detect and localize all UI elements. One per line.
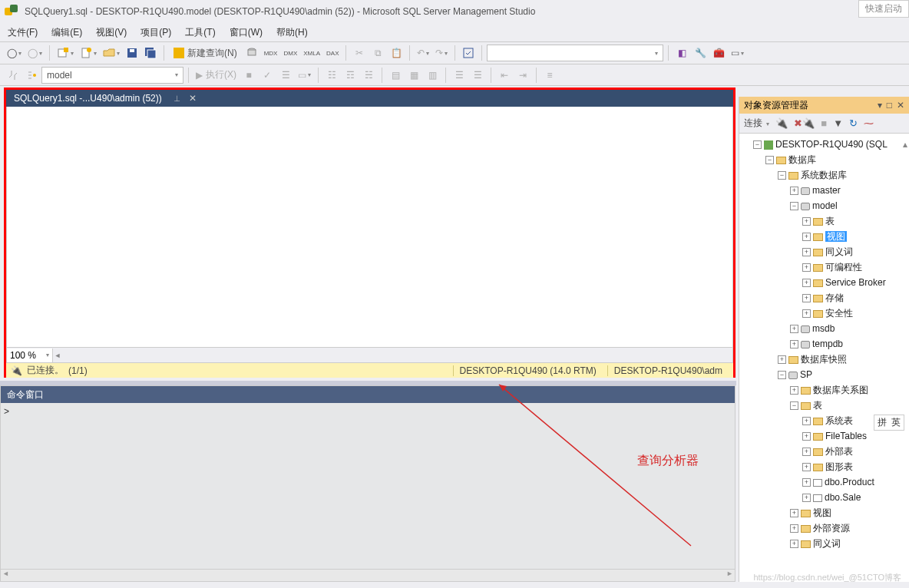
change-connection-button[interactable] (5, 67, 21, 84)
sp-filetables-node[interactable]: FileTables (825, 431, 867, 441)
copy-button[interactable]: ⧉ (369, 45, 386, 61)
connect-button[interactable]: 连接 ▾ (744, 117, 769, 130)
include-plan-button[interactable]: ☷ (323, 67, 340, 84)
redo-button[interactable]: ↷▾ (433, 45, 450, 61)
sp-db-node[interactable]: SP (800, 369, 812, 380)
registered-servers-button[interactable]: ▭▾ (729, 45, 746, 61)
activity-monitor-button[interactable]: ◧ (673, 45, 690, 61)
tempdb-db-node[interactable]: tempdb (812, 339, 843, 349)
sp-views-node[interactable]: 视图 (813, 507, 831, 518)
panel-window-icon[interactable]: □ (887, 100, 892, 111)
command-window-body[interactable]: > (1, 403, 735, 567)
dbo-sale-node[interactable]: dbo.Sale (825, 492, 861, 503)
zoom-combo[interactable]: 100 %▾ (7, 349, 53, 362)
model-servicebroker-node[interactable]: Service Broker (825, 277, 886, 288)
object-explorer-tree[interactable]: −DESKTOP-R1QU490 (SQL▴ −数据库 −系统数据库 +mast… (739, 134, 909, 582)
sp-systables-node[interactable]: 系统表 (825, 415, 853, 426)
results-to-file-button[interactable]: ▥ (424, 67, 441, 84)
uncomment-button[interactable]: ☰ (469, 67, 486, 84)
nav-forward-button[interactable]: ◯▾ (25, 45, 45, 61)
options-button[interactable]: 🔧 (692, 45, 709, 61)
model-views-node[interactable]: 视图 (825, 231, 847, 242)
dmx-query-button[interactable]: DMX (281, 45, 299, 61)
mdx-query-button[interactable]: MDX (262, 45, 280, 61)
menu-tools[interactable]: 工具(T) (185, 26, 215, 39)
sp-external-tables-node[interactable]: 外部表 (825, 446, 853, 457)
connect-object-icon[interactable]: 🔌 (775, 117, 788, 129)
xmla-query-button[interactable]: XMLA (301, 45, 322, 61)
new-query-button[interactable]: 新建查询(N) (169, 45, 242, 61)
master-db-node[interactable]: master (812, 185, 841, 196)
db-engine-query-icon[interactable] (243, 45, 260, 61)
menu-help[interactable]: 帮助(H) (276, 26, 308, 39)
collapse-icon[interactable]: − (753, 140, 762, 149)
undo-button[interactable]: ↶▾ (415, 45, 431, 61)
panel-dropdown-icon[interactable]: ▾ (878, 100, 882, 111)
execute-button[interactable]: ▶ 执行(X) (193, 67, 239, 84)
server-node[interactable]: DESKTOP-R1QU490 (SQL (775, 139, 888, 150)
stop-icon[interactable]: ■ (821, 117, 827, 129)
new-project-button[interactable]: ▾ (55, 45, 76, 61)
decrease-indent-button[interactable]: ⇤ (496, 67, 513, 84)
increase-indent-button[interactable]: ⇥ (514, 67, 531, 84)
msdb-db-node[interactable]: msdb (812, 323, 835, 334)
model-storage-node[interactable]: 存储 (825, 292, 844, 303)
refresh-icon[interactable]: ↻ (849, 117, 858, 129)
open-file-button[interactable]: ▾ (101, 45, 122, 61)
parse-button[interactable]: ✓ (259, 67, 276, 84)
new-file-button[interactable]: ▾ (78, 45, 99, 61)
sql-editor-textarea[interactable] (6, 107, 733, 348)
launch-combo[interactable]: ▾ (487, 45, 663, 61)
cut-button[interactable]: ✂ (351, 45, 368, 61)
menu-edit[interactable]: 编辑(E) (51, 26, 82, 39)
db-snapshots-node[interactable]: 数据库快照 (801, 354, 847, 365)
model-tables-node[interactable]: 表 (825, 216, 835, 226)
disconnect-icon[interactable]: ✖🔌 (794, 117, 815, 129)
menu-file[interactable]: 文件(F) (8, 26, 38, 39)
model-programmability-node[interactable]: 可编程性 (825, 262, 862, 273)
nav-back-button[interactable]: ◯▾ (5, 45, 24, 61)
ime-indicator[interactable]: 拼 英 (874, 415, 904, 431)
document-tab[interactable]: SQLQuery1.sql -...U490\admin (52)) (6, 90, 170, 107)
properties-button[interactable] (460, 45, 477, 61)
model-security-node[interactable]: 安全性 (825, 308, 853, 319)
cancel-query-button[interactable]: ■ (240, 67, 257, 84)
save-all-button[interactable] (142, 45, 159, 61)
svg-rect-9 (248, 50, 256, 55)
scroll-left-icon[interactable]: ◄ (53, 352, 62, 359)
system-databases-node[interactable]: 系统数据库 (801, 170, 847, 180)
estimated-plan-button[interactable]: ☰ (277, 67, 294, 84)
include-stats-button[interactable]: ☶ (342, 67, 359, 84)
menu-project[interactable]: 项目(P) (140, 26, 171, 39)
results-to-grid-button[interactable]: ▦ (405, 67, 422, 84)
toolbox-button[interactable]: 🧰 (710, 45, 727, 61)
filter-icon[interactable]: ▼ (833, 117, 843, 129)
model-synonyms-node[interactable]: 同义词 (825, 246, 853, 257)
pin-tab-icon[interactable]: ⟂ (174, 93, 180, 104)
command-window-hscroll[interactable] (1, 569, 735, 581)
databases-node[interactable]: 数据库 (788, 154, 816, 165)
activity-icon[interactable]: ⁓ (864, 117, 874, 129)
results-to-text-button[interactable]: ▤ (387, 67, 404, 84)
menu-view[interactable]: 视图(V) (96, 26, 127, 39)
save-button[interactable] (124, 45, 140, 61)
paste-button[interactable]: 📋 (388, 45, 405, 61)
query-options-button[interactable]: ▭▾ (296, 67, 313, 84)
sp-graph-tables-node[interactable]: 图形表 (825, 461, 853, 472)
menu-window[interactable]: 窗口(W) (230, 26, 263, 39)
sp-synonyms-node[interactable]: 同义词 (813, 538, 841, 549)
available-databases-icon[interactable] (23, 67, 40, 84)
quick-launch-box[interactable]: 快速启动 (858, 0, 909, 18)
sp-tables-node[interactable]: 表 (813, 400, 822, 411)
sp-diagrams-node[interactable]: 数据库关系图 (813, 385, 868, 395)
dax-query-button[interactable]: DAX (324, 45, 341, 61)
include-client-stats-button[interactable]: ☵ (360, 67, 377, 84)
sp-external-resources-node[interactable]: 外部资源 (813, 523, 850, 533)
specify-values-button[interactable]: ≡ (541, 67, 558, 84)
model-db-node[interactable]: model (812, 200, 838, 211)
comment-button[interactable]: ☰ (451, 67, 468, 84)
database-combo[interactable]: model▾ (41, 67, 183, 84)
panel-close-icon[interactable]: ✕ (897, 100, 904, 111)
close-tab-icon[interactable]: ✕ (189, 93, 197, 104)
dbo-product-node[interactable]: dbo.Product (825, 477, 874, 487)
